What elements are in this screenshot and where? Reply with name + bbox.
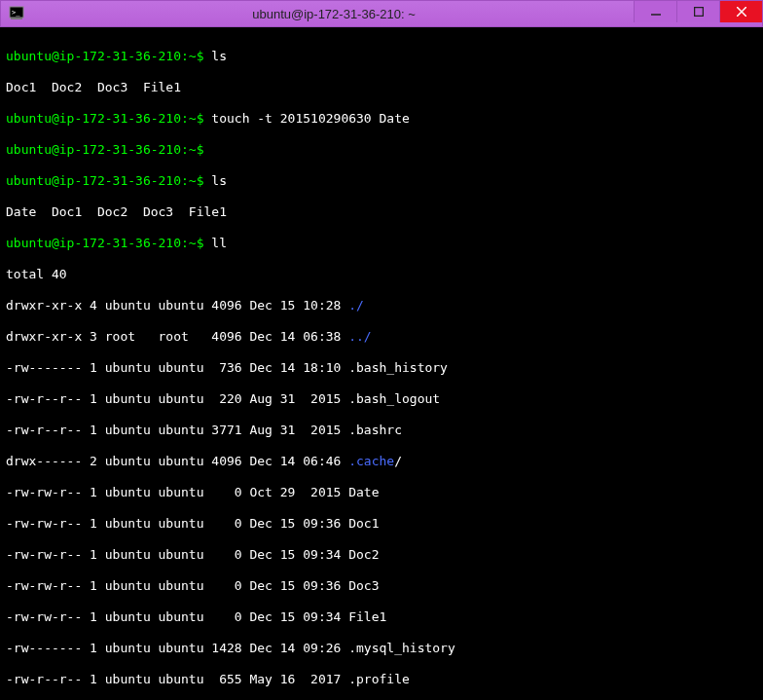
maximize-button[interactable]	[676, 1, 719, 22]
svg-text:>_: >_	[12, 9, 20, 17]
terminal-line: -rw-rw-r-- 1 ubuntu ubuntu 0 Dec 15 09:3…	[6, 516, 757, 532]
terminal-line: -rw-rw-r-- 1 ubuntu ubuntu 0 Dec 15 09:3…	[6, 578, 757, 594]
terminal-line: Doc1 Doc2 Doc3 File1	[6, 80, 757, 95]
terminal-line: -rw-r--r-- 1 ubuntu ubuntu 3771 Aug 31 2…	[6, 423, 757, 438]
window-titlebar: >_ ubuntu@ip-172-31-36-210: ~	[0, 0, 763, 27]
window-controls	[634, 1, 762, 26]
terminal-line: -rw-r--r-- 1 ubuntu ubuntu 655 May 16 20…	[6, 672, 757, 687]
terminal-line: ubuntu@ip-172-31-36-210:~$ ll	[6, 236, 757, 251]
terminal-line: -rw-r--r-- 1 ubuntu ubuntu 220 Aug 31 20…	[6, 391, 757, 407]
terminal-line: ubuntu@ip-172-31-36-210:~$	[6, 142, 757, 158]
terminal-line: drwxr-xr-x 4 ubuntu ubuntu 4096 Dec 15 1…	[6, 298, 757, 313]
terminal-line: -rw-rw-r-- 1 ubuntu ubuntu 0 Dec 15 09:3…	[6, 609, 757, 625]
terminal-line: ubuntu@ip-172-31-36-210:~$ ls	[6, 173, 757, 189]
terminal-line: Date Doc1 Doc2 Doc3 File1	[6, 204, 757, 220]
terminal-line: -rw-rw-r-- 1 ubuntu ubuntu 0 Oct 29 2015…	[6, 485, 757, 500]
svg-rect-4	[694, 8, 703, 17]
close-button[interactable]	[719, 1, 762, 22]
terminal-line: drwxr-xr-x 3 root root 4096 Dec 14 06:38…	[6, 329, 757, 345]
window-title: ubuntu@ip-172-31-36-210: ~	[34, 7, 634, 21]
terminal-line: total 40	[6, 267, 757, 282]
terminal-line: ubuntu@ip-172-31-36-210:~$ ls	[6, 49, 757, 64]
svg-rect-1	[11, 18, 22, 19]
terminal-line: drwx------ 2 ubuntu ubuntu 4096 Dec 14 0…	[6, 454, 757, 469]
terminal-area[interactable]: ubuntu@ip-172-31-36-210:~$ ls Doc1 Doc2 …	[0, 27, 763, 700]
app-icon: >_	[5, 2, 28, 25]
terminal-line: ubuntu@ip-172-31-36-210:~$ touch -t 2015…	[6, 111, 757, 127]
minimize-button[interactable]	[634, 1, 676, 22]
terminal-line: -rw------- 1 ubuntu ubuntu 1428 Dec 14 0…	[6, 641, 757, 656]
terminal-line: -rw-rw-r-- 1 ubuntu ubuntu 0 Dec 15 09:3…	[6, 547, 757, 563]
terminal-line: -rw------- 1 ubuntu ubuntu 736 Dec 14 18…	[6, 360, 757, 376]
